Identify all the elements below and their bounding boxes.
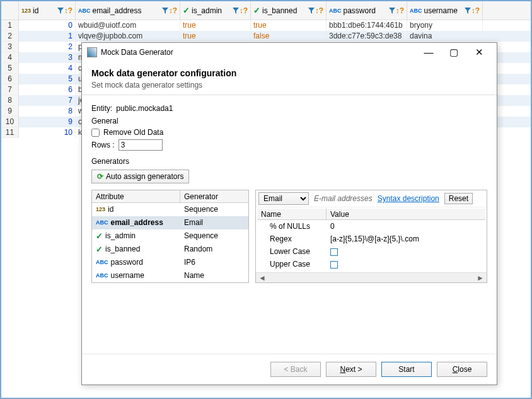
attribute-row-password[interactable]: ABCpasswordIP6 [92, 256, 248, 269]
filter-sort-icon[interactable]: ↕? [389, 6, 404, 15]
text-type-icon: ABC [78, 8, 91, 14]
syntax-link[interactable]: Syntax description [378, 194, 439, 203]
generator-props-pane: Email E-mail addresses Syntax descriptio… [255, 190, 487, 283]
row-number: 3 [1, 42, 19, 52]
generators-label: Generators [91, 157, 487, 166]
close-window-button[interactable]: ✕ [466, 44, 492, 61]
attribute-row-username[interactable]: ABCusernameName [92, 269, 248, 282]
text-type-icon: ABC [96, 269, 108, 282]
grid-header: 123id↕?ABCemail_address↕?✓is_admin↕?✓is_… [1, 1, 531, 20]
dialog-subheading: Set mock data generator settings [91, 81, 487, 90]
minimize-button[interactable]: — [416, 44, 441, 61]
attribute-row-email_address[interactable]: ABCemail_addressEmail [92, 216, 248, 229]
entity-value: public.mockada1 [116, 104, 173, 113]
filter-sort-icon[interactable]: ↕? [233, 6, 248, 15]
number-type-icon: 123 [21, 8, 31, 14]
generator-desc: E-mail addresses [314, 194, 373, 203]
filter-sort-icon[interactable]: ↕? [162, 6, 177, 15]
next-button[interactable]: Next > [326, 362, 376, 377]
rownum-header [1, 1, 19, 20]
maximize-button[interactable]: ▢ [441, 44, 466, 61]
general-label: General [91, 117, 487, 125]
attribute-table: Attribute Generator 123idSequenceABCemai… [91, 190, 249, 283]
text-type-icon: ABC [96, 216, 108, 229]
filter-sort-icon[interactable]: ↕? [308, 6, 323, 15]
check-type-icon: ✓ [96, 229, 103, 243]
mock-data-dialog: Mock Data Generator — ▢ ✕ Mock data gene… [81, 42, 497, 385]
rows-input[interactable] [119, 139, 163, 151]
check-type-icon: ✓ [183, 6, 190, 15]
remove-old-label: Remove Old Data [103, 128, 163, 137]
props-header-value: Value [327, 209, 353, 219]
check-type-icon: ✓ [96, 243, 103, 256]
remove-old-checkbox[interactable] [91, 129, 100, 137]
auto-assign-icon: ⟳ [97, 172, 103, 181]
row-number: 5 [1, 63, 19, 74]
dialog-header: Mock data generator configuration Set mo… [82, 62, 497, 95]
property-row[interactable]: Regex[a-z]{5,15}\@[a-z]{5,}\.com [257, 233, 485, 245]
reset-button[interactable]: Reset [444, 193, 473, 204]
back-button: < Back [270, 362, 321, 377]
start-button[interactable]: Start [381, 362, 432, 377]
entity-label: Entity: [91, 104, 112, 113]
close-button[interactable]: Close [437, 362, 487, 377]
row-number: 8 [1, 95, 19, 106]
property-row[interactable]: Upper Case [257, 258, 485, 270]
column-header-email_address[interactable]: ABCemail_address↕? [76, 1, 180, 20]
attr-header-attribute: Attribute [92, 190, 180, 202]
attribute-row-id[interactable]: 123idSequence [92, 203, 248, 216]
attribute-row-is_admin[interactable]: ✓is_adminSequence [92, 229, 248, 243]
check-type-icon: ✓ [253, 6, 260, 15]
row-number: 6 [1, 74, 19, 84]
property-row[interactable]: % of NULLs0 [257, 220, 485, 233]
checkbox-icon[interactable] [330, 261, 338, 269]
table-row[interactable]: 21vlqve@jupbob.comtruefalse3dde:c77e:59c… [1, 31, 531, 42]
row-number: 4 [1, 52, 19, 63]
text-type-icon: ABC [96, 256, 108, 269]
text-type-icon: ABC [329, 8, 342, 14]
column-header-id[interactable]: 123id↕? [19, 1, 76, 20]
generator-select[interactable]: Email [258, 192, 309, 205]
column-header-password[interactable]: ABCpassword↕? [327, 1, 407, 20]
column-header-is_admin[interactable]: ✓is_admin↕? [180, 1, 251, 20]
dialog-title: Mock Data Generator [101, 48, 416, 57]
filter-sort-icon[interactable]: ↕? [465, 6, 480, 15]
table-row[interactable]: 10wbuid@uiotf.comtruetruebbb1:dbe6:1744:… [1, 20, 531, 31]
dialog-heading: Mock data generator configuration [91, 68, 487, 78]
attribute-row-is_banned[interactable]: ✓is_bannedRandom [92, 243, 248, 256]
props-header-name: Name [257, 209, 327, 219]
text-type-icon: ABC [410, 8, 422, 14]
row-number: 2 [1, 31, 19, 42]
app-icon [87, 47, 97, 57]
row-number: 1 [1, 20, 19, 31]
property-row[interactable]: Lower Case [257, 245, 485, 258]
row-number: 11 [1, 127, 19, 138]
column-header-is_banned[interactable]: ✓is_banned↕? [251, 1, 327, 20]
rows-label: Rows : [91, 141, 115, 149]
horizontal-scrollbar[interactable]: ◄► [256, 272, 487, 282]
row-number: 7 [1, 84, 19, 95]
titlebar[interactable]: Mock Data Generator — ▢ ✕ [82, 43, 497, 62]
number-type-icon: 123 [96, 203, 105, 216]
row-number: 10 [1, 117, 19, 127]
checkbox-icon[interactable] [330, 248, 338, 256]
auto-assign-button[interactable]: ⟳ Auto assign generators [91, 170, 189, 183]
column-header-username[interactable]: ABCusername↕? [407, 1, 483, 20]
attr-header-generator: Generator [180, 190, 222, 202]
row-number: 9 [1, 106, 19, 117]
filter-sort-icon[interactable]: ↕? [57, 6, 72, 15]
